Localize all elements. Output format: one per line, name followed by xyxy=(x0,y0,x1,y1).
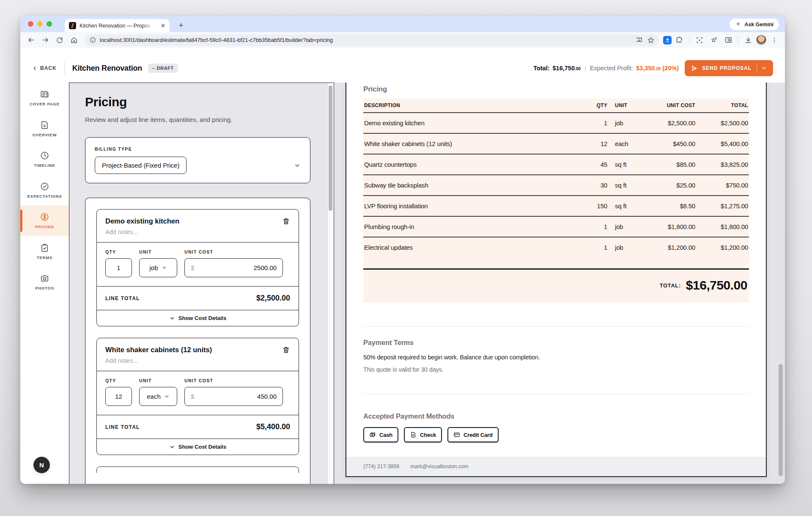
chevron-down-icon xyxy=(294,162,301,169)
sidebar-item-pricing[interactable]: PRICING xyxy=(20,205,69,236)
row-unit: job xyxy=(607,244,640,251)
unit-cost-input[interactable] xyxy=(197,393,277,400)
line-items-container: Demo existing kitchen Add notes... QTY U… xyxy=(85,198,310,484)
row-description: Plumbing rough-in xyxy=(364,223,584,230)
sidebar-item-overview[interactable]: OVERVIEW xyxy=(20,113,69,144)
ask-gemini-button[interactable]: Ask Gemini xyxy=(730,19,779,30)
sidebar-item-timeline[interactable]: TIMELINE xyxy=(20,144,69,175)
sidebar-item-expectations[interactable]: EXPECTATIONS xyxy=(20,175,69,206)
row-total: $3,825.00 xyxy=(695,161,748,168)
browser-toolbar: localhost:3001/dashboard/estimate/fa847b… xyxy=(20,32,785,48)
profile-avatar[interactable] xyxy=(756,35,766,45)
delete-item-trash-icon[interactable] xyxy=(282,346,290,354)
unit-cost-label: UNIT COST xyxy=(184,249,283,254)
line-item-card-partial xyxy=(96,466,299,473)
send-options-chevron-icon[interactable] xyxy=(761,65,767,71)
install-app-icon[interactable] xyxy=(635,36,643,44)
close-window-button[interactable] xyxy=(28,21,33,27)
qty-label: QTY xyxy=(105,249,132,254)
unit-label: UNIT xyxy=(139,249,177,254)
row-total: $5,400.00 xyxy=(695,140,748,147)
tab-close-icon[interactable]: ✕ xyxy=(161,23,165,28)
show-cost-details-button[interactable]: Show Cost Details xyxy=(97,439,299,455)
line-total-label: LINE TOTAL xyxy=(105,295,140,301)
chevron-down-icon xyxy=(164,394,170,399)
delete-item-trash-icon[interactable] xyxy=(282,217,290,225)
unit-select[interactable]: each xyxy=(139,387,177,406)
timeline-icon xyxy=(40,151,49,160)
editor-scrollbar-thumb[interactable] xyxy=(329,86,332,211)
row-unit: sq ft xyxy=(607,161,640,168)
zoom-window-button[interactable] xyxy=(47,21,52,27)
editor-scrollbar-track[interactable] xyxy=(327,83,334,484)
editor-title: Pricing xyxy=(85,95,310,109)
extension-download-icon[interactable] xyxy=(663,36,672,44)
row-total: $1,800.00 xyxy=(695,223,748,230)
unit-cost-field[interactable]: $ xyxy=(184,258,283,277)
site-info-icon[interactable] xyxy=(90,37,96,43)
pricing-table-row: Demo existing kitchen 1 job $2,500.00 $2… xyxy=(363,113,749,134)
send-proposal-button[interactable]: SEND PROPOSAL xyxy=(685,60,773,76)
unit-cost-field[interactable]: $ xyxy=(184,387,283,406)
tab-strip: Kitchen Renovation — Propos ✕ + Ask Gemi… xyxy=(20,16,785,32)
qty-input[interactable] xyxy=(105,387,132,406)
editor-subtitle: Review and adjust line items, quantities… xyxy=(85,116,310,123)
sidebar-item-photos[interactable]: PHOTOS xyxy=(20,267,69,298)
overview-icon xyxy=(40,120,49,130)
new-tab-button[interactable]: + xyxy=(175,19,187,31)
minimize-window-button[interactable] xyxy=(37,21,43,27)
extensions-puzzle-icon[interactable] xyxy=(673,34,686,47)
billing-type-select[interactable]: Project-Based (Fixed Price) xyxy=(95,157,301,174)
qty-label: QTY xyxy=(105,378,132,383)
row-total: $1,200.00 xyxy=(695,244,748,251)
back-button[interactable]: BACK xyxy=(32,65,57,71)
pricing-table: DESCRIPTION QTY UNIT UNIT COST TOTAL Dem… xyxy=(363,99,749,268)
sparkle-bookmark-icon[interactable] xyxy=(708,34,720,47)
line-item-notes-input[interactable]: Add notes... xyxy=(105,229,290,235)
main-area: COVER PAGE OVERVIEW TIMELINE EXPECTATION… xyxy=(20,83,785,484)
unit-cost-input[interactable] xyxy=(197,264,277,271)
grand-total-value: $16,750.00 xyxy=(686,278,747,292)
chevron-down-icon xyxy=(162,265,167,270)
line-item-card: White shaker cabinets (12 units) Add not… xyxy=(96,338,299,455)
sidebar-item-terms[interactable]: TERMS xyxy=(20,236,69,267)
row-qty: 30 xyxy=(584,182,607,189)
row-unit-cost: $1,200.00 xyxy=(640,244,695,251)
row-unit: job xyxy=(607,223,640,230)
lens-search-icon[interactable] xyxy=(693,34,706,47)
qty-input[interactable] xyxy=(105,258,132,277)
browser-menu-icon[interactable] xyxy=(768,34,781,47)
browser-tab[interactable]: Kitchen Renovation — Propos ✕ xyxy=(65,19,170,32)
preview-scrollbar-thumb[interactable] xyxy=(779,364,783,476)
row-unit: sq ft xyxy=(607,202,640,210)
reload-icon[interactable] xyxy=(53,34,66,47)
unit-select[interactable]: job xyxy=(139,258,177,277)
chevron-down-icon xyxy=(169,444,175,450)
forward-nav-icon[interactable] xyxy=(39,34,52,47)
bookmark-star-icon[interactable] xyxy=(647,36,655,44)
show-cost-details-button[interactable]: Show Cost Details xyxy=(97,310,299,326)
back-nav-icon[interactable] xyxy=(25,34,37,47)
sidebar-item-cover-page[interactable]: COVER PAGE xyxy=(20,83,69,113)
row-unit-cost: $8.50 xyxy=(640,202,695,210)
payment-method-check: Check xyxy=(404,427,442,442)
chevron-down-icon xyxy=(169,315,175,321)
line-total-label: LINE TOTAL xyxy=(105,424,140,430)
pricing-grand-total: TOTAL: $16,750.00 xyxy=(363,268,749,303)
downloads-icon[interactable] xyxy=(742,34,754,47)
document-footer: (774) 217-3856 mark@visualboston.com xyxy=(346,457,766,476)
floating-avatar[interactable]: N xyxy=(33,457,50,473)
profit-label: Expected Profit: xyxy=(590,65,633,72)
check-document-icon xyxy=(410,431,417,438)
billing-type-value[interactable]: Project-Based (Fixed Price) xyxy=(95,157,187,174)
line-item-notes-input[interactable]: Add notes... xyxy=(105,357,290,364)
address-bar[interactable]: localhost:3001/dashboard/estimate/fa847b… xyxy=(85,34,659,46)
search-tabs-icon[interactable] xyxy=(722,34,735,47)
row-unit-cost: $2,500.00 xyxy=(640,119,695,127)
home-icon[interactable] xyxy=(68,34,80,47)
total-value: $16,750.00 xyxy=(553,65,581,72)
pricing-table-row: Electrical updates 1 job $1,200.00 $1,20… xyxy=(363,237,749,257)
pricing-table-row: White shaker cabinets (12 units) 12 each… xyxy=(363,134,749,155)
contact-phone: (774) 217-3856 xyxy=(363,464,399,469)
photos-icon xyxy=(40,273,49,283)
